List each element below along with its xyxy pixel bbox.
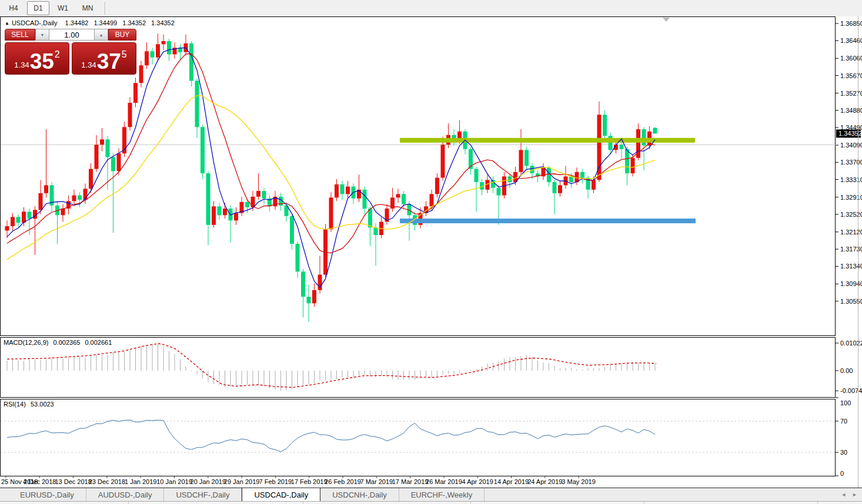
macd-label: MACD(12,26,9) 0.002365 0.002661	[4, 339, 115, 346]
svg-text:20 Jan 2019: 20 Jan 2019	[191, 478, 226, 485]
sell-price-prefix: 1.34	[14, 61, 29, 69]
svg-text:1.30940: 1.30940	[840, 280, 862, 287]
timeframe-toolbar: H4 D1 W1 MN	[0, 0, 862, 16]
svg-text:7 Mar 2019: 7 Mar 2019	[360, 478, 393, 485]
svg-text:1.32120: 1.32120	[840, 229, 862, 236]
timeframe-mn-button[interactable]: MN	[76, 1, 99, 15]
tab-eurusd[interactable]: EURUSD-,Daily	[8, 488, 86, 501]
svg-text:1.32520: 1.32520	[840, 211, 862, 218]
quote-open: 1.34482	[65, 19, 89, 26]
svg-text:0.010229: 0.010229	[840, 340, 862, 347]
quote-close: 1.34352	[151, 19, 175, 26]
window-right-border	[858, 16, 858, 500]
sell-price-pipette: 2	[55, 49, 60, 60]
svg-text:7 Feb 2019: 7 Feb 2019	[259, 478, 292, 485]
svg-text:10 Jan 2019: 10 Jan 2019	[156, 478, 192, 485]
svg-text:1.30550: 1.30550	[840, 298, 862, 305]
svg-text:1.33310: 1.33310	[840, 176, 862, 183]
svg-text:100: 100	[840, 399, 851, 406]
svg-text:14 Apr 2019: 14 Apr 2019	[494, 478, 529, 485]
svg-text:1.31340: 1.31340	[840, 263, 862, 270]
svg-text:1 Jan 2019: 1 Jan 2019	[125, 478, 156, 485]
svg-text:1.31730: 1.31730	[840, 246, 862, 253]
tab-scroll-left-icon[interactable]: ◄	[841, 492, 846, 498]
trading-terminal: H4 D1 W1 MN 1.368501.364601.360601.35670…	[0, 0, 862, 504]
svg-text:70: 70	[840, 418, 847, 425]
symbol-title: USDCAD-,Daily	[12, 19, 58, 26]
macd-value-2: 0.002661	[85, 339, 112, 346]
volume-increase-button[interactable]: ▲	[94, 29, 108, 41]
svg-text:4 Dec 2018: 4 Dec 2018	[23, 478, 56, 485]
macd-name: MACD(12,26,9)	[4, 339, 48, 346]
buy-price-pipette: 5	[122, 49, 127, 60]
svg-text:29 Jan 2019: 29 Jan 2019	[224, 478, 260, 485]
rsi-label: RSI(14) 53.0023	[4, 401, 57, 408]
svg-text:-0.007477: -0.007477	[840, 387, 862, 394]
tab-audusd[interactable]: AUDUSD-,Daily	[86, 488, 165, 501]
buy-price-prefix: 1.34	[81, 61, 96, 69]
toolbar-separator	[105, 2, 106, 15]
svg-text:1.36460: 1.36460	[840, 37, 862, 44]
svg-text:0: 0	[840, 470, 844, 477]
svg-text:13 Dec 2018: 13 Dec 2018	[55, 478, 91, 485]
svg-text:24 Apr 2019: 24 Apr 2019	[527, 478, 562, 485]
buy-price-big: 37	[97, 51, 121, 72]
sell-price-big: 35	[30, 51, 54, 72]
svg-text:1.35670: 1.35670	[840, 72, 862, 79]
svg-text:1.32910: 1.32910	[840, 194, 862, 201]
macd-value-1: 0.002365	[53, 339, 80, 346]
timeframe-d1-button[interactable]: D1	[27, 1, 49, 15]
svg-text:1.36060: 1.36060	[840, 55, 862, 62]
buy-price-button[interactable]: 1.34 37 5	[72, 42, 136, 75]
timeframe-h4-button[interactable]: H4	[2, 1, 25, 15]
rsi-name: RSI(14)	[4, 401, 26, 408]
chart-header: ▲USDCAD-,Daily 1.34482 1.34499 1.34352 1…	[5, 19, 178, 26]
svg-text:1.34880: 1.34880	[840, 107, 862, 114]
svg-text:1.33700: 1.33700	[840, 159, 862, 166]
chart-tab-bar: EURUSD-,Daily AUDUSD-,Daily USDCHF-,Dail…	[0, 488, 862, 501]
svg-text:0.00: 0.00	[840, 367, 853, 374]
tab-eurchf[interactable]: EURCHF-,Weekly	[399, 488, 485, 501]
quote-high: 1.34499	[93, 19, 117, 26]
svg-text:1.36850: 1.36850	[840, 20, 862, 27]
timeframe-w1-button[interactable]: W1	[52, 1, 74, 15]
chart-canvas[interactable]: 1.368501.364601.360601.356701.352701.348…	[0, 0, 862, 504]
svg-text:1.34090: 1.34090	[840, 142, 862, 149]
buy-button[interactable]: BUY	[108, 29, 136, 41]
svg-text:30: 30	[840, 449, 847, 456]
tab-scroll-right-icon[interactable]: ►	[852, 492, 857, 498]
tab-usdcnh[interactable]: USDCNH-,Daily	[320, 488, 399, 501]
svg-text:23 Dec 2018: 23 Dec 2018	[89, 478, 125, 485]
svg-text:1.35270: 1.35270	[840, 90, 862, 97]
svg-text:3 May 2019: 3 May 2019	[562, 478, 595, 485]
volume-decrease-button[interactable]: ▼	[35, 29, 49, 41]
tab-usdcad[interactable]: USDCAD-,Daily	[242, 488, 320, 502]
svg-text:26 Mar 2019: 26 Mar 2019	[426, 478, 462, 485]
collapse-panel-icon[interactable]: ▲	[5, 21, 9, 26]
quote-low: 1.34352	[122, 19, 146, 26]
tab-usdchf[interactable]: USDCHF-,Daily	[164, 488, 242, 501]
rsi-value: 53.0023	[31, 401, 54, 408]
sell-price-button[interactable]: 1.34 35 2	[5, 42, 69, 75]
svg-text:17 Feb 2019: 17 Feb 2019	[291, 478, 328, 485]
status-strip	[0, 501, 862, 504]
svg-text:26 Feb 2019: 26 Feb 2019	[325, 478, 361, 485]
sell-button[interactable]: SELL	[5, 29, 35, 41]
svg-text:17 Mar 2019: 17 Mar 2019	[392, 478, 429, 485]
volume-input[interactable]	[49, 29, 94, 41]
svg-text:4 Apr 2019: 4 Apr 2019	[462, 478, 493, 485]
one-click-trade-panel: SELL ▼ ▲ BUY 1.34 35 2 1.34 37 5	[5, 29, 136, 75]
